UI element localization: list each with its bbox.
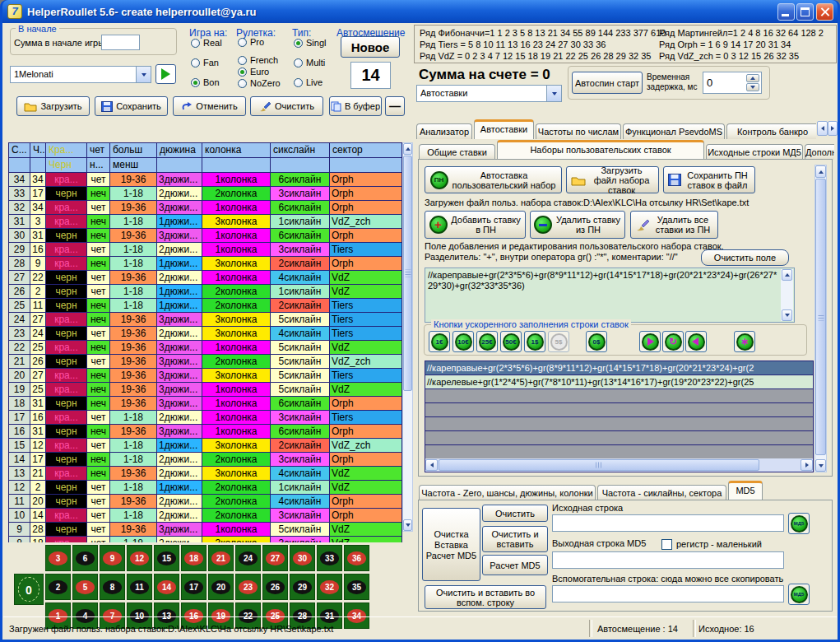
board-cell-15[interactable]: 15 xyxy=(154,545,179,571)
collapse-button[interactable]: — xyxy=(385,96,405,116)
board-cell-21[interactable]: 21 xyxy=(208,545,234,571)
board-cell-33[interactable]: 33 xyxy=(317,545,342,571)
bet-sets-listbox[interactable]: //кареправые+gr(2*3*5*6)+gr(8*9*11*12)+g… xyxy=(425,361,814,472)
freq-tab-1[interactable]: Частота - Zero, шансы, дюжины, колонки xyxy=(419,485,596,500)
spinner-up-icon[interactable] xyxy=(746,74,759,82)
board-cell-32[interactable]: 32 xyxy=(317,574,342,600)
clear-field-button[interactable]: Очистить поле xyxy=(701,249,789,266)
copy-to-buffer-button[interactable]: В буфер xyxy=(329,96,382,116)
main-tab-2[interactable]: Автоставки xyxy=(474,119,534,139)
table-row[interactable]: 2027кра...неч19-363дюжи...3колонка5сикла… xyxy=(9,369,402,383)
radio-option-real[interactable]: Real xyxy=(191,38,222,48)
save-button[interactable]: Сохранить xyxy=(95,96,168,116)
add-bet-button[interactable]: + Добавить ставку в ПН xyxy=(425,211,526,239)
listbox-hscrollbar-thumb[interactable] xyxy=(439,459,759,471)
undo-button[interactable]: Отменить xyxy=(173,96,246,116)
refresh-button[interactable]: ↻ xyxy=(662,331,684,352)
scroll-up-icon[interactable] xyxy=(815,165,826,178)
delete-bet-button[interactable]: Удалить ставку из ПН xyxy=(530,211,625,239)
chevron-down-icon[interactable] xyxy=(546,86,561,101)
autospin-start-button[interactable]: Автоспин старт xyxy=(572,72,643,94)
chip-25€-button[interactable]: 25€ xyxy=(476,331,498,352)
radio-option-fan[interactable]: Fan xyxy=(191,58,219,67)
spins-table[interactable]: 3434кра...чет19-363дюжи...1колонка6сикла… xyxy=(8,173,402,542)
chip-50€-button[interactable]: 50€ xyxy=(500,331,522,352)
md5-big-button[interactable]: Очистка Вставка Расчет MD5 xyxy=(422,508,480,581)
main-tab-1[interactable]: Анализатор xyxy=(416,123,472,139)
md5-clear-button[interactable]: Очистить xyxy=(482,505,548,522)
spinner-down-icon[interactable] xyxy=(746,83,759,91)
md5-run-aux-button[interactable]: МД5 xyxy=(788,584,810,605)
chip-1€-button[interactable]: 1€ xyxy=(429,331,450,352)
sub-tab-4[interactable]: Дополнитель xyxy=(805,144,834,160)
board-cell-20[interactable]: 20 xyxy=(208,574,234,600)
scroll-up-icon[interactable] xyxy=(403,143,412,155)
sub-tab-2[interactable]: Наборы пользовательских ставок xyxy=(497,140,704,160)
radio-option-pro[interactable]: Pro xyxy=(238,37,264,47)
panel-scrollbar-thumb[interactable] xyxy=(815,179,826,455)
main-tab-4[interactable]: Функционал PsevdoMS xyxy=(623,123,725,139)
main-tab-5[interactable]: Контроль банкро xyxy=(726,123,816,139)
table-row[interactable]: 3317черннеч1-182дюжи...2колонка3сиклайнO… xyxy=(9,187,402,201)
table-row[interactable]: 1925кра...неч19-363дюжи...1колонка5сикла… xyxy=(9,383,402,397)
tab-scroll-left-icon[interactable] xyxy=(817,121,828,136)
radio-option-live[interactable]: Live xyxy=(294,77,323,87)
scroll-down-icon[interactable] xyxy=(782,309,792,321)
table-row[interactable]: 1716кра...чет1-182дюжи...1колонка3сиклай… xyxy=(9,411,402,425)
board-cell-27[interactable]: 27 xyxy=(262,545,288,571)
lowercase-checkbox[interactable] xyxy=(661,539,672,550)
scroll-left-icon[interactable] xyxy=(425,459,438,471)
run-preset-button[interactable] xyxy=(155,64,176,84)
board-cell-17[interactable]: 17 xyxy=(181,574,207,600)
table-row[interactable]: 3031черннеч19-363дюжи...1колонка6сиклайн… xyxy=(9,229,402,243)
board-cell-24[interactable]: 24 xyxy=(235,545,261,571)
table-row[interactable]: 818кра...чет1-182дюжи...3колонка3сиклайн… xyxy=(9,537,402,542)
load-button[interactable]: Загрузить xyxy=(16,96,90,116)
maximize-icon[interactable] xyxy=(796,3,814,21)
board-cell-8[interactable]: 8 xyxy=(100,574,125,600)
radio-option-multi[interactable]: Multi xyxy=(294,58,325,67)
table-row[interactable]: 2916кра...чет1-182дюжи...1колонка3сиклай… xyxy=(9,243,402,257)
board-cell-18[interactable]: 18 xyxy=(181,545,207,571)
board-cell-36[interactable]: 36 xyxy=(344,545,369,571)
new-autoshift-button[interactable]: Новое xyxy=(341,36,400,58)
scroll-down-icon[interactable] xyxy=(815,459,826,472)
bet-list-row[interactable]: //карелевые+gr(1*2*4*5)+gr(7*8*10*11)+gr… xyxy=(425,375,813,389)
title-bar[interactable]: 7 HelperRoullet 5.6- create helperroulle… xyxy=(2,0,838,23)
table-row[interactable]: 2126чернчет19-363дюжи...2колонка5сиклайн… xyxy=(9,355,402,369)
chip-1$-button[interactable]: 1$ xyxy=(524,331,545,352)
board-cell-26[interactable]: 26 xyxy=(262,574,288,600)
table-row[interactable]: 2225кра...неч19-363дюжи...1колонка5сикла… xyxy=(9,341,402,355)
table-scrollbar[interactable] xyxy=(402,142,413,532)
scatter-button[interactable]: ∗ xyxy=(734,331,755,352)
board-cell-3[interactable]: 3 xyxy=(45,545,71,571)
freq-tab-3[interactable]: MD5 xyxy=(728,481,763,500)
table-row[interactable]: 3234кра...чет19-363дюжи...1колонка6сикла… xyxy=(9,201,402,215)
scroll-right-icon[interactable] xyxy=(801,459,813,471)
scroll-down-icon[interactable] xyxy=(403,519,412,531)
bet-edit-field[interactable]: //кареправые+gr(2*3*5*6)+gr(8*9*11*12)+g… xyxy=(425,268,795,323)
radio-option-singl[interactable]: Singl xyxy=(294,38,326,48)
table-row[interactable]: 313кра...неч1-181дюжи...3колонка1сиклайн… xyxy=(9,215,402,229)
board-cell-2[interactable]: 2 xyxy=(45,574,71,600)
board-cell-12[interactable]: 12 xyxy=(127,545,152,571)
freq-tab-2[interactable]: Частота - сиклайны, сектора xyxy=(597,485,726,500)
scroll-up-icon[interactable] xyxy=(782,269,792,281)
board-cell-29[interactable]: 29 xyxy=(290,574,315,600)
preset-combobox[interactable]: 1Melonati xyxy=(10,66,151,83)
board-cell-35[interactable]: 35 xyxy=(344,574,369,600)
autobets-combobox[interactable]: Автоставки xyxy=(416,85,562,102)
back-button[interactable] xyxy=(685,331,707,352)
md5-run-source-button[interactable]: МД5 xyxy=(788,513,810,534)
chevron-down-icon[interactable] xyxy=(136,67,151,82)
table-row[interactable]: 1014кра...чет1-182дюжи...2колонка3сиклай… xyxy=(9,509,402,523)
autoset-user-button[interactable]: ПН Автоставка пользовательский набор xyxy=(425,166,562,193)
table-row[interactable]: 928чернчет19-363дюжи...1колонка5сиклайнV… xyxy=(9,523,402,537)
table-row[interactable]: 122чернчет1-181дюжи...2колонка1сиклайнVd… xyxy=(9,481,402,495)
table-row[interactable]: 1120чернчет19-362дюжи...2колонка4сиклайн… xyxy=(9,495,402,509)
delete-all-bets-button[interactable]: Удалить все ставки из ПН xyxy=(630,211,718,239)
save-pn-file-button[interactable]: Сохранить ПН ставок в файл xyxy=(663,166,755,193)
md5-output-input[interactable] xyxy=(552,551,784,569)
board-cell-14[interactable]: 14 xyxy=(154,574,179,600)
table-row[interactable]: 2511черннеч1-181дюжи...2колонка2сиклайнT… xyxy=(9,299,402,313)
